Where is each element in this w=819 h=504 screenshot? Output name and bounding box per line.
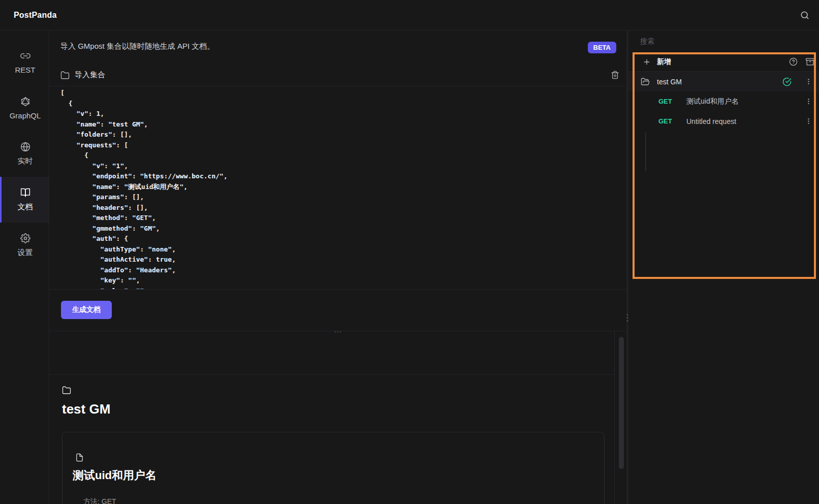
right-sidebar: 新增 test GM — [628, 30, 819, 504]
collection-search-input[interactable] — [640, 37, 793, 45]
add-collection-label: 新增 — [657, 57, 671, 67]
archive-icon[interactable] — [806, 57, 814, 66]
sidebar-item-label: GraphQL — [10, 111, 41, 120]
request-row-2[interactable]: GET Untitled request — [628, 111, 819, 131]
kebab-menu-icon[interactable] — [805, 78, 812, 85]
plus-icon — [643, 58, 651, 66]
docs-content: test GM 测试uid和用户名 方法: GET — [49, 331, 615, 504]
sidebar-item-label: 实时 — [18, 156, 33, 166]
import-collection-header: 导入集合 — [60, 70, 619, 80]
import-intro-row: 导入 GMpost 集合以随时随地生成 API 文档。 BETA — [60, 42, 619, 53]
top-bar: PostPanda — [0, 0, 819, 30]
sidebar-item-rest[interactable]: REST — [0, 40, 49, 85]
docs-collection-header: test GM — [62, 386, 614, 417]
request-title: 测试uid和用户名 — [73, 468, 594, 483]
folder-icon — [60, 71, 70, 80]
request-name: Untitled request — [686, 117, 736, 125]
request-row-1[interactable]: GET 测试uid和用户名 — [628, 91, 819, 111]
left-sidebar: REST GraphQL 实时 文档 — [0, 30, 49, 504]
kebab-menu-icon[interactable] — [805, 98, 812, 105]
docs-collection-title: test GM — [62, 401, 614, 417]
json-editor-section: [ { "v": 1, "name": "test GM", "folders"… — [49, 86, 626, 290]
docs-preview-panel: ⋯ test GM 测试uid和用户名 方法: GET — [49, 331, 626, 504]
check-circle-icon[interactable] — [782, 77, 792, 86]
generate-docs-button[interactable]: 生成文档 — [61, 301, 112, 319]
book-open-icon — [20, 187, 30, 198]
help-icon[interactable] — [789, 57, 798, 66]
collection-tree: test GM GET 测试uid和用户名 — [628, 72, 819, 131]
beta-badge: BETA — [588, 42, 616, 53]
globe-icon — [20, 142, 30, 152]
file-icon — [75, 453, 84, 462]
sidebar-item-realtime[interactable]: 实时 — [0, 131, 49, 177]
sidebar-item-docs[interactable]: 文档 — [0, 177, 49, 223]
sidebar-item-label: REST — [15, 66, 35, 74]
tree-indent-guide — [645, 133, 646, 171]
import-intro-text: 导入 GMpost 集合以随时随地生成 API 文档。 — [60, 42, 214, 51]
app-root: PostPanda REST GraphQL — [0, 0, 819, 504]
graphql-icon — [20, 97, 30, 107]
collection-search-row — [628, 30, 819, 52]
request-method-badge: GET — [658, 117, 674, 125]
folder-open-icon — [641, 77, 650, 86]
import-collection-title: 导入集合 — [75, 70, 105, 80]
request-method-line: 方法: GET — [83, 497, 594, 504]
request-name: 测试uid和用户名 — [686, 97, 739, 106]
app-body: REST GraphQL 实时 文档 — [0, 30, 819, 504]
collection-json-editor[interactable]: [ { "v": 1, "name": "test GM", "folders"… — [49, 86, 626, 290]
trash-icon[interactable] — [611, 71, 619, 79]
main-panel: 导入 GMpost 集合以随时随地生成 API 文档。 BETA 导入集合 [ … — [49, 30, 626, 504]
app-title: PostPanda — [14, 11, 57, 20]
kebab-menu-icon[interactable] — [805, 117, 812, 125]
sidebar-item-label: 设置 — [18, 248, 33, 258]
collection-name: test GM — [657, 78, 682, 86]
sidebar-item-settings[interactable]: 设置 — [0, 223, 49, 268]
docs-scrollbar-thumb[interactable] — [619, 337, 624, 469]
add-collection-row[interactable]: 新增 — [628, 52, 819, 72]
search-icon[interactable] — [800, 10, 810, 20]
import-section: 导入 GMpost 集合以随时随地生成 API 文档。 BETA 导入集合 — [49, 30, 626, 86]
collection-folder-row[interactable]: test GM — [628, 72, 819, 91]
link-icon — [20, 51, 30, 61]
docs-divider — [49, 374, 614, 375]
gear-icon — [20, 233, 30, 243]
generate-section: 生成文档 — [49, 290, 626, 331]
sidebar-item-label: 文档 — [18, 202, 33, 212]
request-card: 测试uid和用户名 方法: GET — [62, 432, 605, 504]
request-method-badge: GET — [658, 98, 674, 105]
sidebar-item-graphql[interactable]: GraphQL — [0, 85, 49, 131]
folder-icon — [62, 386, 71, 395]
